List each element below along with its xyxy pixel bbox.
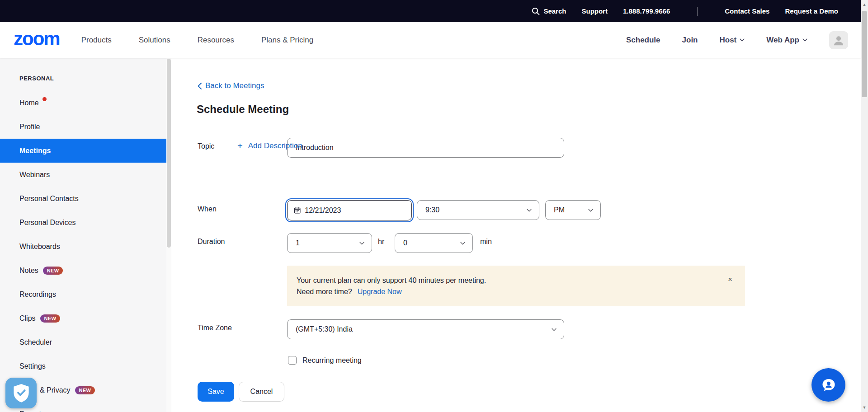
chevron-down-icon [359, 242, 364, 245]
privacy-shield-badge[interactable] [5, 378, 37, 408]
duration-hr-select[interactable]: 1 [287, 233, 372, 253]
duration-min-select[interactable]: 0 [395, 233, 473, 253]
calendar-icon [294, 206, 301, 214]
hr-unit-label: hr [378, 238, 384, 246]
chat-support-button[interactable] [811, 368, 845, 402]
nav-item-solutions[interactable]: Solutions [139, 36, 170, 45]
sidebar-item-webinars[interactable]: Webinars [0, 163, 166, 187]
sidebar-item-profile[interactable]: Profile [0, 115, 166, 139]
meridiem-select[interactable]: PM [545, 200, 601, 220]
sidebar-item-home[interactable]: Home [0, 91, 166, 115]
topic-label: Topic [198, 142, 214, 150]
nav-left-group: Products Solutions Resources Plans & Pri… [81, 36, 314, 45]
sidebar-section-personal: PERSONAL [19, 75, 166, 82]
nav-item-resources[interactable]: Resources [198, 36, 234, 45]
upgrade-now-link[interactable]: Upgrade Now [358, 288, 402, 295]
support-link[interactable]: Support [581, 7, 608, 15]
chevron-down-icon [552, 328, 557, 331]
chevron-down-icon [740, 38, 745, 42]
sidebar-item-clips[interactable]: Clips NEW [0, 306, 166, 330]
sidebar-item-meetings[interactable]: Meetings [0, 139, 166, 163]
contact-sales-link[interactable]: Contact Sales [725, 7, 769, 15]
sidebar-item-notes[interactable]: Notes NEW [0, 258, 166, 282]
banner-message-line2: Need more time?Upgrade Now [297, 286, 731, 297]
search-icon [532, 7, 540, 15]
main-content: Back to Meetings Schedule Meeting Topic … [172, 58, 861, 412]
nav-item-join[interactable]: Join [682, 36, 698, 45]
request-demo-link[interactable]: Request a Demo [785, 7, 838, 15]
recurring-meeting-row: Recurring meeting [288, 356, 362, 365]
page-title: Schedule Meeting [197, 103, 289, 116]
back-to-meetings-link[interactable]: Back to Meetings [198, 81, 264, 90]
nav-item-web-app[interactable]: Web App [766, 36, 807, 45]
min-unit-label: min [480, 238, 492, 246]
sidebar-scrollbar[interactable] [166, 58, 171, 412]
time-select[interactable]: 9:30 [417, 200, 539, 220]
sidebar-item-personal-devices[interactable]: Personal Devices [0, 211, 166, 234]
user-avatar[interactable] [829, 31, 848, 49]
scroll-up-arrow[interactable]: ▲ [861, 1, 868, 8]
sidebar-item-recordings[interactable]: Recordings [0, 282, 166, 306]
search-label: Search [543, 7, 566, 15]
shield-check-icon [12, 383, 31, 403]
nav-item-plans-pricing[interactable]: Plans & Pricing [261, 36, 313, 45]
sidebar-item-scheduler[interactable]: Scheduler [0, 330, 166, 354]
top-utility-bar: Search Support 1.888.799.9666 Contact Sa… [0, 0, 861, 22]
banner-message: Your current plan can only support 40 mi… [297, 275, 731, 286]
topbar-divider [697, 7, 698, 16]
recurring-meeting-checkbox[interactable] [288, 356, 297, 365]
banner-close-icon[interactable]: × [728, 276, 732, 283]
notification-dot [42, 97, 47, 101]
main-navbar: zoom Products Solutions Resources Plans … [0, 22, 861, 58]
sidebar-item-whiteboards[interactable]: Whiteboards [0, 234, 166, 258]
sidebar-item-personal-contacts[interactable]: Personal Contacts [0, 187, 166, 211]
recurring-meeting-label: Recurring meeting [302, 356, 362, 365]
page-scrollbar[interactable]: ▲ ▼ [861, 0, 868, 412]
chevron-left-icon [198, 83, 202, 89]
date-input[interactable] [305, 206, 405, 215]
nav-item-host[interactable]: Host [720, 36, 745, 45]
chat-person-icon [819, 375, 838, 394]
chevron-down-icon [802, 38, 807, 42]
search-button[interactable]: Search [532, 7, 566, 15]
sidebar-item-settings[interactable]: Settings [0, 354, 166, 378]
topic-input[interactable] [287, 138, 564, 158]
date-field[interactable] [287, 200, 412, 220]
save-button[interactable]: Save [198, 382, 234, 402]
timezone-select[interactable]: (GMT+5:30) India [287, 319, 564, 339]
plus-icon: + [237, 141, 243, 150]
add-description-button[interactable]: + Add Description [237, 141, 302, 150]
timezone-label: Time Zone [198, 324, 232, 332]
zoom-logo[interactable]: zoom [14, 29, 60, 51]
sidebar-scrollbar-thumb[interactable] [167, 59, 171, 248]
nav-item-products[interactable]: Products [81, 36, 112, 45]
duration-label: Duration [198, 238, 225, 246]
page-scrollbar-thumb[interactable] [862, 11, 867, 97]
nav-item-schedule[interactable]: Schedule [626, 36, 660, 45]
person-icon [832, 33, 845, 47]
new-badge: NEW [40, 314, 61, 323]
chevron-down-icon [527, 209, 532, 212]
cancel-button[interactable]: Cancel [239, 382, 284, 402]
new-badge: NEW [75, 386, 95, 394]
when-label: When [198, 205, 217, 213]
chevron-down-icon [588, 209, 593, 212]
plan-limit-banner: Your current plan can only support 40 mi… [287, 266, 745, 306]
chevron-down-icon [460, 242, 465, 245]
scroll-down-arrow[interactable]: ▼ [861, 404, 868, 411]
new-badge: NEW [43, 267, 63, 275]
phone-number[interactable]: 1.888.799.9666 [623, 7, 670, 15]
sidebar: PERSONAL Home Profile Meetings Webinars … [0, 58, 166, 412]
nav-right-group: Schedule Join Host Web App [626, 31, 848, 49]
